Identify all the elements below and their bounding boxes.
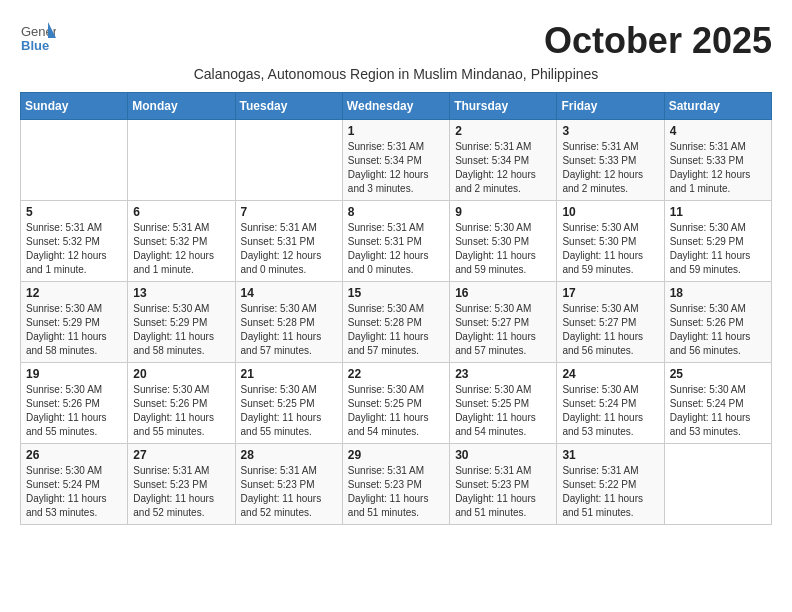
header-day: Thursday: [450, 93, 557, 120]
day-info: Sunrise: 5:30 AMSunset: 5:24 PMDaylight:…: [26, 464, 122, 520]
header-day: Wednesday: [342, 93, 449, 120]
calendar-cell: 21Sunrise: 5:30 AMSunset: 5:25 PMDayligh…: [235, 363, 342, 444]
day-number: 16: [455, 286, 551, 300]
day-info: Sunrise: 5:31 AMSunset: 5:33 PMDaylight:…: [562, 140, 658, 196]
calendar-cell: 2Sunrise: 5:31 AMSunset: 5:34 PMDaylight…: [450, 120, 557, 201]
day-number: 19: [26, 367, 122, 381]
calendar-cell: 8Sunrise: 5:31 AMSunset: 5:31 PMDaylight…: [342, 201, 449, 282]
day-info: Sunrise: 5:30 AMSunset: 5:29 PMDaylight:…: [26, 302, 122, 358]
calendar-cell: 4Sunrise: 5:31 AMSunset: 5:33 PMDaylight…: [664, 120, 771, 201]
header-day: Monday: [128, 93, 235, 120]
day-info: Sunrise: 5:30 AMSunset: 5:25 PMDaylight:…: [348, 383, 444, 439]
calendar-cell: 29Sunrise: 5:31 AMSunset: 5:23 PMDayligh…: [342, 444, 449, 525]
calendar-cell: 13Sunrise: 5:30 AMSunset: 5:29 PMDayligh…: [128, 282, 235, 363]
calendar-cell: 18Sunrise: 5:30 AMSunset: 5:26 PMDayligh…: [664, 282, 771, 363]
day-number: 5: [26, 205, 122, 219]
calendar-cell: 12Sunrise: 5:30 AMSunset: 5:29 PMDayligh…: [21, 282, 128, 363]
day-number: 14: [241, 286, 337, 300]
day-info: Sunrise: 5:30 AMSunset: 5:27 PMDaylight:…: [562, 302, 658, 358]
calendar-cell: 16Sunrise: 5:30 AMSunset: 5:27 PMDayligh…: [450, 282, 557, 363]
calendar-cell: 1Sunrise: 5:31 AMSunset: 5:34 PMDaylight…: [342, 120, 449, 201]
calendar-cell: 19Sunrise: 5:30 AMSunset: 5:26 PMDayligh…: [21, 363, 128, 444]
day-info: Sunrise: 5:31 AMSunset: 5:23 PMDaylight:…: [241, 464, 337, 520]
day-info: Sunrise: 5:31 AMSunset: 5:31 PMDaylight:…: [348, 221, 444, 277]
calendar-week-row: 12Sunrise: 5:30 AMSunset: 5:29 PMDayligh…: [21, 282, 772, 363]
day-number: 12: [26, 286, 122, 300]
calendar-cell: 17Sunrise: 5:30 AMSunset: 5:27 PMDayligh…: [557, 282, 664, 363]
day-info: Sunrise: 5:30 AMSunset: 5:30 PMDaylight:…: [562, 221, 658, 277]
calendar-cell: 23Sunrise: 5:30 AMSunset: 5:25 PMDayligh…: [450, 363, 557, 444]
day-info: Sunrise: 5:30 AMSunset: 5:29 PMDaylight:…: [133, 302, 229, 358]
day-number: 27: [133, 448, 229, 462]
page-container: General Blue October 2025 Calanogas, Aut…: [20, 20, 772, 525]
header-day: Friday: [557, 93, 664, 120]
calendar-cell: 10Sunrise: 5:30 AMSunset: 5:30 PMDayligh…: [557, 201, 664, 282]
calendar-cell: 14Sunrise: 5:30 AMSunset: 5:28 PMDayligh…: [235, 282, 342, 363]
calendar-week-row: 5Sunrise: 5:31 AMSunset: 5:32 PMDaylight…: [21, 201, 772, 282]
day-number: 15: [348, 286, 444, 300]
day-number: 20: [133, 367, 229, 381]
day-number: 10: [562, 205, 658, 219]
calendar-cell: 27Sunrise: 5:31 AMSunset: 5:23 PMDayligh…: [128, 444, 235, 525]
svg-text:Blue: Blue: [21, 38, 49, 53]
calendar-cell: [21, 120, 128, 201]
calendar-cell: 22Sunrise: 5:30 AMSunset: 5:25 PMDayligh…: [342, 363, 449, 444]
calendar-cell: 25Sunrise: 5:30 AMSunset: 5:24 PMDayligh…: [664, 363, 771, 444]
day-number: 9: [455, 205, 551, 219]
calendar-cell: 28Sunrise: 5:31 AMSunset: 5:23 PMDayligh…: [235, 444, 342, 525]
day-info: Sunrise: 5:30 AMSunset: 5:26 PMDaylight:…: [133, 383, 229, 439]
day-number: 6: [133, 205, 229, 219]
calendar-week-row: 26Sunrise: 5:30 AMSunset: 5:24 PMDayligh…: [21, 444, 772, 525]
day-info: Sunrise: 5:31 AMSunset: 5:34 PMDaylight:…: [348, 140, 444, 196]
day-info: Sunrise: 5:30 AMSunset: 5:25 PMDaylight:…: [241, 383, 337, 439]
day-info: Sunrise: 5:30 AMSunset: 5:26 PMDaylight:…: [26, 383, 122, 439]
calendar-cell: [664, 444, 771, 525]
day-number: 8: [348, 205, 444, 219]
calendar-cell: 15Sunrise: 5:30 AMSunset: 5:28 PMDayligh…: [342, 282, 449, 363]
day-number: 30: [455, 448, 551, 462]
day-info: Sunrise: 5:31 AMSunset: 5:34 PMDaylight:…: [455, 140, 551, 196]
day-number: 1: [348, 124, 444, 138]
day-info: Sunrise: 5:31 AMSunset: 5:23 PMDaylight:…: [348, 464, 444, 520]
day-info: Sunrise: 5:31 AMSunset: 5:22 PMDaylight:…: [562, 464, 658, 520]
day-info: Sunrise: 5:30 AMSunset: 5:29 PMDaylight:…: [670, 221, 766, 277]
day-number: 11: [670, 205, 766, 219]
calendar-cell: 7Sunrise: 5:31 AMSunset: 5:31 PMDaylight…: [235, 201, 342, 282]
day-info: Sunrise: 5:31 AMSunset: 5:23 PMDaylight:…: [455, 464, 551, 520]
day-info: Sunrise: 5:30 AMSunset: 5:28 PMDaylight:…: [241, 302, 337, 358]
day-number: 26: [26, 448, 122, 462]
day-number: 23: [455, 367, 551, 381]
day-number: 18: [670, 286, 766, 300]
calendar-cell: 6Sunrise: 5:31 AMSunset: 5:32 PMDaylight…: [128, 201, 235, 282]
day-number: 13: [133, 286, 229, 300]
day-info: Sunrise: 5:31 AMSunset: 5:32 PMDaylight:…: [26, 221, 122, 277]
calendar-cell: 30Sunrise: 5:31 AMSunset: 5:23 PMDayligh…: [450, 444, 557, 525]
day-info: Sunrise: 5:30 AMSunset: 5:26 PMDaylight:…: [670, 302, 766, 358]
day-info: Sunrise: 5:30 AMSunset: 5:28 PMDaylight:…: [348, 302, 444, 358]
day-info: Sunrise: 5:31 AMSunset: 5:31 PMDaylight:…: [241, 221, 337, 277]
header-day: Saturday: [664, 93, 771, 120]
subtitle: Calanogas, Autonomous Region in Muslim M…: [20, 66, 772, 82]
day-info: Sunrise: 5:30 AMSunset: 5:30 PMDaylight:…: [455, 221, 551, 277]
calendar-week-row: 1Sunrise: 5:31 AMSunset: 5:34 PMDaylight…: [21, 120, 772, 201]
calendar-cell: 3Sunrise: 5:31 AMSunset: 5:33 PMDaylight…: [557, 120, 664, 201]
calendar-cell: 31Sunrise: 5:31 AMSunset: 5:22 PMDayligh…: [557, 444, 664, 525]
day-number: 2: [455, 124, 551, 138]
day-number: 25: [670, 367, 766, 381]
calendar-cell: [128, 120, 235, 201]
day-info: Sunrise: 5:31 AMSunset: 5:23 PMDaylight:…: [133, 464, 229, 520]
day-number: 3: [562, 124, 658, 138]
calendar-cell: [235, 120, 342, 201]
calendar-table: SundayMondayTuesdayWednesdayThursdayFrid…: [20, 92, 772, 525]
day-number: 21: [241, 367, 337, 381]
day-number: 22: [348, 367, 444, 381]
day-info: Sunrise: 5:31 AMSunset: 5:32 PMDaylight:…: [133, 221, 229, 277]
day-info: Sunrise: 5:30 AMSunset: 5:24 PMDaylight:…: [670, 383, 766, 439]
calendar-cell: 26Sunrise: 5:30 AMSunset: 5:24 PMDayligh…: [21, 444, 128, 525]
day-number: 7: [241, 205, 337, 219]
calendar-cell: 11Sunrise: 5:30 AMSunset: 5:29 PMDayligh…: [664, 201, 771, 282]
header-row: SundayMondayTuesdayWednesdayThursdayFrid…: [21, 93, 772, 120]
day-number: 17: [562, 286, 658, 300]
logo: General Blue: [20, 20, 56, 60]
header-day: Tuesday: [235, 93, 342, 120]
